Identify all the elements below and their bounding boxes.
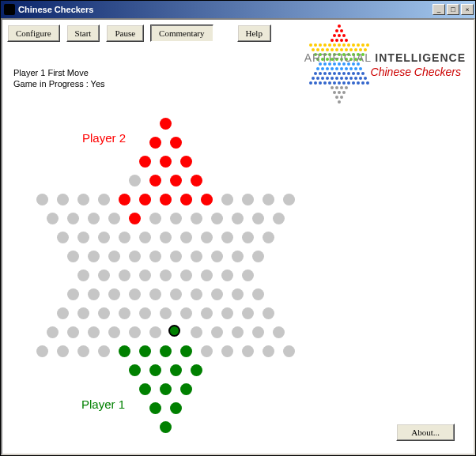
board-cell[interactable] [119, 269, 130, 281]
board-cell[interactable] [139, 307, 151, 319]
board-cell[interactable] [129, 175, 141, 187]
board-cell[interactable] [180, 269, 192, 281]
board-cell[interactable] [252, 326, 264, 338]
board-cell[interactable] [191, 251, 202, 262]
board-cell[interactable] [191, 326, 202, 338]
board-cell[interactable] [57, 345, 69, 357]
board-cell[interactable] [139, 232, 151, 243]
board-cell[interactable] [160, 118, 172, 130]
board-cell[interactable] [47, 326, 59, 338]
board-cell[interactable] [77, 194, 89, 205]
board-cell[interactable] [221, 194, 233, 205]
board-cell[interactable] [149, 364, 161, 376]
board-cell[interactable] [221, 307, 233, 319]
board-cell[interactable] [180, 383, 192, 395]
board-cell[interactable] [211, 213, 223, 224]
board-cell[interactable] [263, 307, 274, 319]
board-cell[interactable] [232, 288, 244, 300]
board-cell[interactable] [67, 326, 79, 338]
board-cell[interactable] [263, 194, 274, 205]
board-cell[interactable] [211, 326, 223, 338]
board-cell[interactable] [170, 251, 182, 262]
board-cell[interactable] [88, 288, 100, 300]
board-cell[interactable] [211, 288, 223, 300]
board-cell[interactable] [98, 232, 110, 243]
board-cell[interactable] [242, 232, 254, 243]
board-cell[interactable] [77, 269, 89, 281]
board-cell[interactable] [170, 137, 182, 149]
board-cell[interactable] [67, 251, 79, 262]
board-cell[interactable] [252, 251, 264, 262]
commentary-button[interactable]: Commentary [150, 24, 213, 42]
board-cell[interactable] [98, 307, 110, 319]
start-button[interactable]: Start [66, 24, 100, 42]
board-cell[interactable] [139, 345, 151, 357]
board-cell[interactable] [129, 326, 141, 338]
board-cell[interactable] [221, 232, 233, 243]
board-cell[interactable] [160, 194, 172, 205]
board-cell[interactable] [108, 326, 120, 338]
board-cell[interactable] [221, 269, 233, 281]
board-cell[interactable] [149, 288, 161, 300]
board-cell[interactable] [57, 307, 69, 319]
board-cell[interactable] [149, 137, 161, 149]
board-cell[interactable] [77, 232, 89, 243]
board-cell[interactable] [201, 345, 213, 357]
board-cell[interactable] [273, 326, 285, 338]
board-cell[interactable] [180, 345, 192, 357]
board-cell[interactable] [201, 269, 213, 281]
configure-button[interactable]: Configure [7, 24, 60, 42]
board-cell[interactable] [160, 421, 172, 433]
board-cell[interactable] [232, 251, 244, 262]
board-cell[interactable] [283, 345, 295, 357]
board-cell[interactable] [180, 232, 192, 243]
board-cell[interactable] [160, 156, 172, 168]
board-cell[interactable] [149, 175, 161, 187]
board-cell[interactable] [242, 307, 254, 319]
board-cell[interactable] [252, 288, 264, 300]
board-cell[interactable] [77, 345, 89, 357]
board-cell[interactable] [149, 213, 161, 224]
board-cell[interactable] [168, 325, 180, 337]
board-cell[interactable] [36, 194, 48, 205]
board-cell[interactable] [149, 402, 161, 414]
board-cell[interactable] [129, 288, 141, 300]
board-cell[interactable] [191, 364, 202, 376]
board-cell[interactable] [170, 213, 182, 224]
board-cell[interactable] [98, 345, 110, 357]
board-cell[interactable] [67, 213, 79, 224]
board-cell[interactable] [88, 213, 100, 224]
board-cell[interactable] [139, 156, 151, 168]
board-cell[interactable] [88, 326, 100, 338]
board-cell[interactable] [77, 307, 89, 319]
board-cell[interactable] [119, 194, 130, 205]
board-cell[interactable] [170, 364, 182, 376]
close-button[interactable]: × [461, 4, 474, 15]
minimize-button[interactable]: _ [433, 4, 445, 15]
board-cell[interactable] [201, 194, 213, 205]
board-cell[interactable] [108, 288, 120, 300]
board-cell[interactable] [47, 213, 59, 224]
board-cell[interactable] [119, 307, 130, 319]
board-cell[interactable] [180, 156, 192, 168]
board-cell[interactable] [221, 345, 233, 357]
board-cell[interactable] [160, 232, 172, 243]
board-cell[interactable] [160, 345, 172, 357]
board-cell[interactable] [232, 213, 244, 224]
board-cell[interactable] [129, 251, 141, 262]
board-cell[interactable] [170, 288, 182, 300]
board-cell[interactable] [160, 269, 172, 281]
board-cell[interactable] [180, 307, 192, 319]
board-cell[interactable] [139, 269, 151, 281]
maximize-button[interactable]: □ [447, 4, 459, 15]
pause-button[interactable]: Pause [106, 24, 144, 42]
board-cell[interactable] [149, 326, 161, 338]
board-cell[interactable] [108, 213, 120, 224]
board-cell[interactable] [242, 345, 254, 357]
board-cell[interactable] [191, 288, 202, 300]
board-cell[interactable] [232, 326, 244, 338]
board-cell[interactable] [88, 251, 100, 262]
board-cell[interactable] [170, 402, 182, 414]
board-cell[interactable] [139, 383, 151, 395]
board-cell[interactable] [191, 175, 202, 187]
